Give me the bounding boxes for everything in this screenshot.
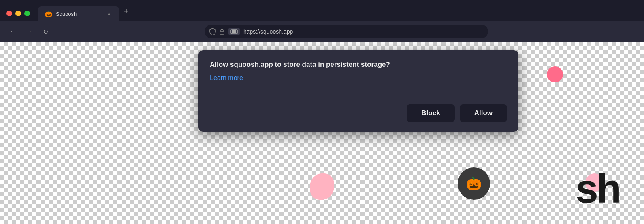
address-chip[interactable] (228, 28, 240, 35)
tab-title: Squoosh (56, 11, 102, 17)
popup-actions: Block Allow (210, 104, 507, 122)
svg-rect-2 (232, 30, 236, 33)
close-button[interactable] (6, 11, 12, 16)
minimize-button[interactable] (15, 11, 21, 16)
nav-bar: ← → ↻ https://squoosh.app (0, 21, 644, 42)
forward-icon: → (26, 28, 32, 35)
url-text: https://squoosh.app (243, 28, 293, 35)
forward-button[interactable]: → (23, 25, 36, 38)
back-icon: ← (10, 28, 16, 35)
refresh-icon: ↻ (43, 28, 48, 36)
tab-favicon: 🎃 (45, 10, 53, 18)
shield-icon (209, 28, 216, 35)
new-tab-button[interactable]: + (124, 7, 129, 21)
tab-bar: 🎃 Squoosh × + (0, 0, 644, 21)
blob-decoration-1 (547, 66, 563, 82)
chip-icon (230, 29, 238, 34)
tab-close-button[interactable]: × (105, 10, 113, 17)
permission-popup: Allow squoosh.app to store data in persi… (198, 50, 518, 132)
refresh-button[interactable]: ↻ (39, 25, 52, 38)
block-button[interactable]: Block (407, 104, 454, 122)
address-bar[interactable]: https://squoosh.app (205, 25, 488, 38)
blob-decoration-2 (310, 173, 334, 200)
popup-message: Allow squoosh.app to store data in persi… (210, 60, 507, 70)
svg-rect-0 (220, 31, 224, 34)
learn-more-link[interactable]: Learn more (210, 74, 243, 82)
page-content: 🎃 sh Allow squoosh.app to store data in … (0, 42, 644, 224)
logo-emoji: 🎃 (466, 176, 482, 191)
allow-button[interactable]: Allow (460, 104, 507, 122)
lock-icon (219, 28, 225, 35)
maximize-button[interactable] (24, 11, 30, 16)
squoosh-text: sh (576, 165, 620, 212)
traffic-lights (6, 11, 30, 21)
active-tab[interactable]: 🎃 Squoosh × (38, 6, 119, 21)
browser-frame: 🎃 Squoosh × + ← → ↻ (0, 0, 644, 224)
back-button[interactable]: ← (6, 25, 19, 38)
squoosh-logo: 🎃 (458, 167, 490, 200)
